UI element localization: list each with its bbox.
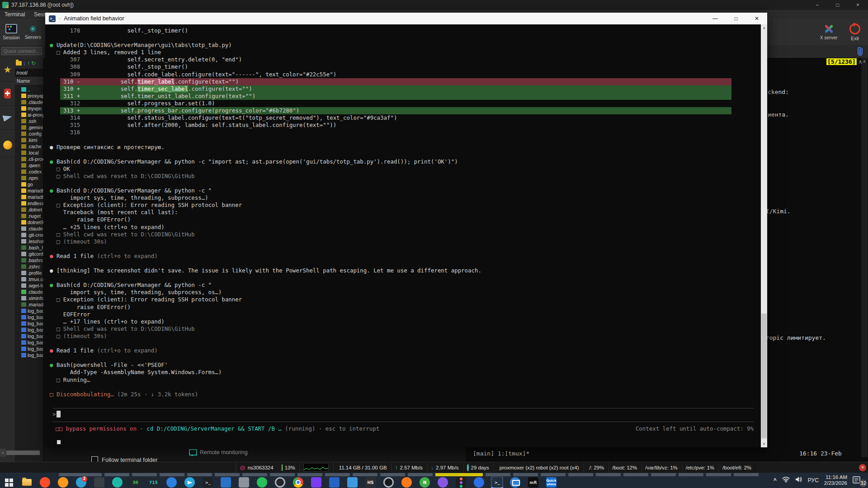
brave-browser[interactable]	[39, 477, 51, 488]
scroll-up-icon[interactable]: ∧	[761, 26, 767, 30]
window-strip-segment[interactable]	[568, 473, 593, 476]
file-list-item[interactable]: .profile	[15, 270, 43, 276]
window-strip-segment[interactable]	[408, 473, 433, 476]
tools-tab[interactable]	[0, 82, 15, 106]
wifi-icon[interactable]	[782, 476, 790, 484]
window-buttons-strip[interactable]	[59, 473, 759, 476]
window-strip-segment[interactable]	[734, 473, 759, 476]
file-list-item[interactable]: .lesshst	[15, 238, 43, 244]
window-strip-segment[interactable]	[486, 473, 510, 476]
folder-up-icon[interactable]	[16, 61, 22, 66]
background-terminal-scrollbar[interactable]: ∧	[861, 58, 868, 457]
bg-scroll-up-icon[interactable]: ∧	[861, 59, 868, 64]
statusbar-item[interactable]: /: 29%	[583, 462, 609, 473]
figma[interactable]	[455, 477, 467, 488]
window-strip-segment[interactable]	[651, 473, 676, 476]
statusbar-item[interactable]: 29 days	[463, 462, 493, 473]
tray-expand-icon[interactable]: ^	[774, 477, 777, 483]
window-strip-segment[interactable]	[679, 473, 703, 476]
terminal-maximize-button[interactable]: □	[726, 13, 746, 24]
file-list-item[interactable]: .mariadb	[15, 301, 43, 308]
file-list-item[interactable]: ai-proxy-	[15, 112, 43, 118]
file-list-item[interactable]: .viminfo	[15, 295, 43, 301]
file-list-item[interactable]: log_backu	[15, 346, 43, 352]
file-list-item[interactable]: ..	[15, 86, 43, 93]
window-strip-segment[interactable]	[596, 473, 621, 476]
remote-monitor-app[interactable]	[509, 477, 521, 488]
notification-center-icon[interactable]: 32	[853, 474, 864, 486]
window-strip-segment[interactable]	[132, 473, 157, 476]
file-list-item[interactable]: .gitconfig	[15, 251, 43, 257]
app-green-n[interactable]: N	[419, 477, 431, 488]
minimize-button[interactable]: −	[807, 0, 827, 10]
terminal-close-button[interactable]: ✕	[746, 13, 767, 24]
statusbar-item[interactable]: ↓2.97 Mb/s	[427, 462, 463, 473]
window-strip-segment[interactable]	[325, 473, 350, 476]
quick-connect-input[interactable]	[1, 47, 42, 55]
keyboard-language-indicator[interactable]: РУС	[808, 477, 819, 483]
counter-715-app[interactable]: 715	[147, 477, 160, 488]
file-list-item[interactable]: .claude	[15, 99, 43, 105]
mremoteng[interactable]: mR	[527, 477, 539, 488]
window-strip-segment[interactable]	[541, 473, 566, 476]
vscode[interactable]	[220, 477, 232, 488]
file-list-item[interactable]: .cache	[15, 143, 43, 150]
window-strip-segment[interactable]	[297, 473, 322, 476]
statusbar-item[interactable]	[299, 462, 333, 473]
sidebar-scrollbar-thumb[interactable]	[6, 450, 40, 455]
quick-utmo[interactable]: Quickutmo	[545, 477, 557, 488]
window-strip-segment[interactable]	[104, 473, 129, 476]
start-button[interactable]	[3, 477, 15, 488]
file-list-item[interactable]: myvpn	[15, 105, 43, 112]
file-list-item[interactable]: .config	[15, 131, 43, 137]
file-list-item[interactable]: log_backu	[15, 333, 43, 339]
terminal-app[interactable]: >_	[202, 477, 214, 488]
file-list-item[interactable]: .gemini	[15, 124, 43, 131]
statusbar-item[interactable]: /var/lib/vz: 1%	[641, 462, 682, 473]
file-list-item[interactable]: proxyapis	[15, 93, 43, 99]
file-list-item[interactable]: log_backu	[15, 314, 43, 320]
file-list-item[interactable]: log_backu	[15, 339, 43, 346]
file-list-item[interactable]: .dotnet	[15, 206, 43, 213]
file-list-item[interactable]: log_backu	[15, 308, 43, 314]
file-list-item[interactable]: dotnet9	[15, 219, 43, 225]
app-gray[interactable]	[238, 477, 250, 488]
file-list-item[interactable]: endlessh	[15, 200, 43, 206]
app-purple[interactable]	[310, 477, 322, 488]
powershell[interactable]: >_	[491, 477, 503, 488]
statusbar-item[interactable]: /boot: 12%	[608, 462, 641, 473]
menu-terminal[interactable]: Terminal	[0, 11, 29, 18]
refresh-icon[interactable]: ↻	[31, 61, 36, 66]
servers-button[interactable]: ✳ Servers	[23, 21, 43, 43]
file-list-item[interactable]: go	[15, 181, 43, 188]
terminal-titlebar[interactable]: >_ · Animation field behavior — □ ✕	[45, 13, 767, 24]
edge-browser[interactable]: 2	[75, 477, 87, 488]
window-strip-segment[interactable]	[242, 473, 267, 476]
statusbar-item[interactable]: @ns3063324	[236, 462, 278, 473]
window-strip-segment[interactable]	[435, 473, 483, 476]
terminal-prompt[interactable]: >	[50, 411, 761, 418]
download-icon[interactable]: ↓	[23, 61, 26, 66]
close-button[interactable]: ×	[848, 0, 868, 10]
file-list-item[interactable]: log_backu	[15, 352, 43, 358]
file-list-item[interactable]: log_backu	[15, 327, 43, 333]
file-list-item[interactable]: .git-crede	[15, 232, 43, 238]
terminal-scrollbar-thumb[interactable]	[761, 314, 767, 438]
file-list-item[interactable]: .npm	[15, 175, 43, 181]
app-blue-2[interactable]	[346, 477, 359, 488]
app-blue-3[interactable]	[473, 477, 485, 488]
maximize-button[interactable]: □	[827, 0, 848, 10]
xserver-button[interactable]: X server	[818, 21, 839, 43]
file-list-item[interactable]: .local	[15, 150, 43, 156]
terminal-content[interactable]: 178 self._stop_timer() ● Update(D:\CODIN…	[45, 24, 761, 447]
app-dark[interactable]	[93, 477, 105, 488]
window-strip-segment[interactable]	[270, 473, 295, 476]
github-desktop[interactable]	[437, 477, 449, 488]
hs-app[interactable]: HS	[364, 477, 377, 488]
statusbar-item[interactable]: ↑2.57 Mb/s	[391, 462, 427, 473]
statusbar-item[interactable]: proxmoxer (x2) robot (x2) root (x4)	[493, 462, 583, 473]
terminal-scrollbar[interactable]: ∧ ∨	[761, 24, 767, 447]
file-list-item[interactable]: .bash_his	[15, 244, 43, 251]
app-blue-round[interactable]	[165, 477, 178, 488]
file-list-item[interactable]: .wget-hst	[15, 282, 43, 289]
